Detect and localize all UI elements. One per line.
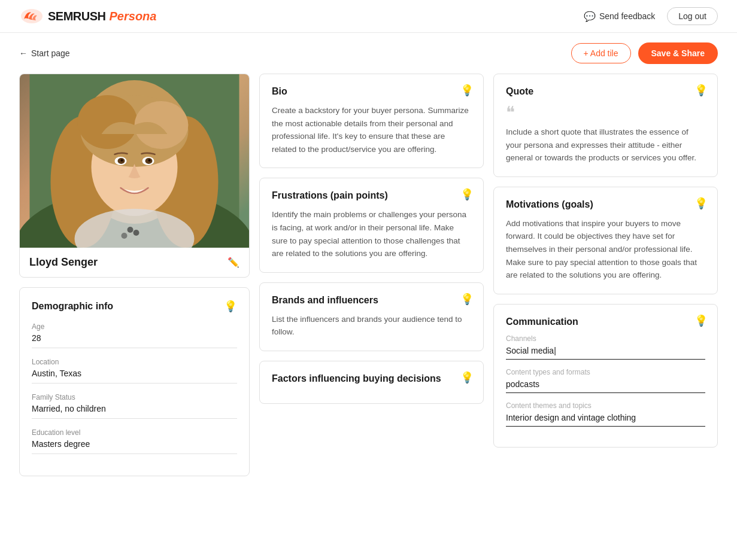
- svg-point-19: [122, 233, 128, 239]
- demographic-hint-icon[interactable]: 💡: [224, 300, 237, 313]
- age-label: Age: [32, 322, 237, 331]
- factors-title: Factors influencing buying decisions: [272, 373, 471, 384]
- quote-title: Quote: [506, 86, 705, 97]
- svg-point-18: [134, 230, 139, 236]
- svg-point-15: [148, 159, 151, 162]
- header-right: 💬 Send feedback Log out: [584, 7, 718, 25]
- motivations-text: Add motivations that inspire your buyers…: [506, 217, 705, 282]
- toolbar: ← Start page + Add tile Save & Share: [0, 33, 737, 74]
- logo-persona-text: Persona: [110, 10, 157, 23]
- logo-area: SEMRUSH Persona: [19, 8, 156, 25]
- motivations-hint-icon[interactable]: 💡: [694, 197, 708, 210]
- content-types-label: Content types and formats: [506, 368, 705, 376]
- channels-value: Social media|: [506, 346, 705, 360]
- profile-name: Lloyd Senger: [29, 256, 98, 269]
- quote-text: Include a short quote that illustrates t…: [506, 126, 705, 165]
- content-types-value: podcasts: [506, 379, 705, 393]
- right-column: 💡 Quote ❝ Include a short quote that ill…: [493, 74, 718, 448]
- communication-card: 💡 Communication Channels Social media| C…: [493, 304, 718, 448]
- header: SEMRUSH Persona 💬 Send feedback Log out: [0, 0, 737, 33]
- education-label: Education level: [32, 428, 237, 437]
- demographic-location-field: Location Austin, Texas: [32, 358, 237, 384]
- profile-photo: [20, 74, 249, 248]
- factors-card: 💡 Factors influencing buying decisions: [259, 361, 484, 404]
- save-share-button[interactable]: Save & Share: [638, 42, 718, 64]
- svg-point-17: [128, 227, 134, 233]
- motivations-card: 💡 Motivations (goals) Add motivations th…: [493, 187, 718, 294]
- profile-card: Lloyd Senger ✏️: [19, 74, 250, 278]
- bio-title: Bio: [272, 86, 471, 97]
- frustrations-text: Identify the main problems or challenges…: [272, 208, 471, 260]
- profile-image: [20, 74, 249, 248]
- arrow-left-icon: ←: [19, 48, 28, 58]
- channels-label: Channels: [506, 334, 705, 343]
- location-label: Location: [32, 358, 237, 366]
- send-feedback-label: Send feedback: [599, 11, 655, 21]
- frustrations-hint-icon[interactable]: 💡: [460, 188, 474, 201]
- quote-hint-icon[interactable]: 💡: [694, 84, 708, 97]
- communication-title: Communication: [506, 316, 705, 327]
- main-content: Lloyd Senger ✏️ Demographic info 💡 Age 2…: [0, 74, 737, 495]
- add-tile-button[interactable]: + Add tile: [571, 43, 631, 63]
- demographic-education-field: Education level Masters degree: [32, 428, 237, 454]
- toolbar-actions: + Add tile Save & Share: [571, 42, 718, 64]
- education-value: Masters degree: [32, 439, 237, 454]
- brands-hint-icon[interactable]: 💡: [460, 293, 474, 306]
- bio-hint-icon[interactable]: 💡: [460, 84, 474, 97]
- mid-column: 💡 Bio Create a backstory for your buyer …: [259, 74, 484, 404]
- family-value: Married, no children: [32, 404, 237, 419]
- content-themes-label: Content themes and topics: [506, 401, 705, 410]
- family-label: Family Status: [32, 393, 237, 401]
- brands-title: Brands and influencers: [272, 295, 471, 306]
- profile-name-row: Lloyd Senger ✏️: [20, 248, 249, 277]
- demographic-age-field: Age 28: [32, 322, 237, 348]
- start-page-label: Start page: [31, 48, 70, 58]
- frustrations-title: Frustrations (pain points): [272, 190, 471, 201]
- content-themes-value: Interior design and vintage clothing: [506, 413, 705, 427]
- send-feedback-link[interactable]: 💬 Send feedback: [584, 11, 655, 22]
- start-page-link[interactable]: ← Start page: [19, 48, 70, 58]
- edit-icon[interactable]: ✏️: [228, 257, 239, 268]
- demographic-title: Demographic info: [32, 301, 113, 312]
- brands-text: List the influencers and brands your aud…: [272, 313, 471, 339]
- content-themes-section: Content themes and topics Interior desig…: [506, 401, 705, 427]
- demographic-card: Demographic info 💡 Age 28 Location Austi…: [19, 287, 250, 476]
- demographic-title-row: Demographic info 💡: [32, 300, 237, 313]
- quote-icon: ❝: [506, 104, 515, 121]
- communication-hint-icon[interactable]: 💡: [694, 314, 708, 327]
- content-types-section: Content types and formats podcasts: [506, 368, 705, 393]
- logout-button[interactable]: Log out: [667, 7, 718, 25]
- semrush-logo-icon: [19, 8, 44, 25]
- svg-point-14: [121, 159, 123, 162]
- age-value: 28: [32, 333, 237, 348]
- factors-hint-icon[interactable]: 💡: [460, 371, 474, 384]
- location-value: Austin, Texas: [32, 369, 237, 384]
- bio-card: 💡 Bio Create a backstory for your buyer …: [259, 74, 484, 168]
- frustrations-card: 💡 Frustrations (pain points) Identify th…: [259, 178, 484, 272]
- feedback-icon: 💬: [584, 11, 596, 22]
- brands-card: 💡 Brands and influencers List the influe…: [259, 282, 484, 351]
- channels-section: Channels Social media|: [506, 334, 705, 360]
- left-column: Lloyd Senger ✏️ Demographic info 💡 Age 2…: [19, 74, 250, 476]
- motivations-title: Motivations (goals): [506, 199, 705, 210]
- quote-card: 💡 Quote ❝ Include a short quote that ill…: [493, 74, 718, 177]
- logo-semrush-text: SEMRUSH: [48, 10, 106, 23]
- bio-text: Create a backstory for your buyer person…: [272, 104, 471, 156]
- svg-point-8: [78, 95, 138, 149]
- demographic-family-field: Family Status Married, no children: [32, 393, 237, 419]
